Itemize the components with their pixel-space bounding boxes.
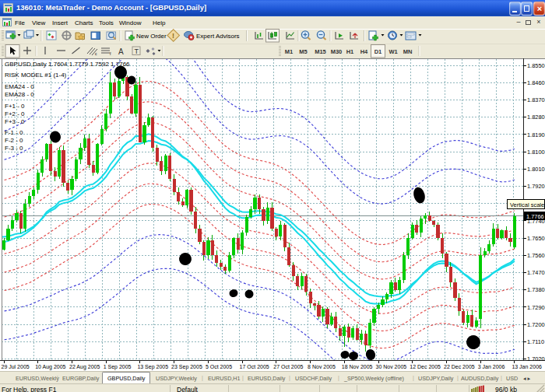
svg-text:1.8370: 1.8370 [527,96,545,103]
svg-text:RISK MODEL #1 (1-4): RISK MODEL #1 (1-4) [5,72,67,79]
svg-text:Vertical scale: Vertical scale [510,201,544,208]
svg-text:D1: D1 [374,48,382,55]
svg-text:1.8280: 1.8280 [527,114,545,121]
svg-text:1.7020: 1.7020 [527,355,545,362]
svg-text:M1: M1 [285,48,293,55]
svg-text:17 Oct 2005: 17 Oct 2005 [240,364,269,369]
svg-text:T: T [135,47,139,55]
svg-text:GBPUSD,Daily 1.7604 1.7779 1.: GBPUSD,Daily 1.7604 1.7779 1.7592 1.7766 [5,61,130,68]
svg-text:3 Jan 2006: 3 Jan 2006 [478,364,505,369]
svg-text:1.7200: 1.7200 [527,321,545,328]
svg-text:!: ! [172,32,174,40]
svg-text:12 Dec 2005: 12 Dec 2005 [410,364,441,369]
svg-text:22 Dec 2005: 22 Dec 2005 [444,364,475,369]
svg-text:F+1 - 0: F+1 - 0 [5,103,25,110]
svg-text:F-3 - 0: F-3 - 0 [5,145,23,152]
svg-text:1.7560: 1.7560 [527,252,545,259]
svg-text:H1: H1 [346,48,354,55]
svg-text:M15: M15 [315,48,326,55]
svg-text:10 Aug 2005: 10 Aug 2005 [35,364,65,370]
svg-text:F-1 - 0: F-1 - 0 [5,129,23,136]
svg-text:1.8100: 1.8100 [527,149,545,156]
svg-text:13 Sep 2005: 13 Sep 2005 [137,364,168,370]
svg-text:f: f [110,51,111,56]
svg-text:1.7920: 1.7920 [527,183,545,190]
svg-text:18 Nov 2005: 18 Nov 2005 [342,364,373,369]
svg-text:EMA24 - 0: EMA24 - 0 [5,83,34,90]
svg-text:F-2 - 0: F-2 - 0 [5,137,23,144]
svg-text:13 Jan 2006: 13 Jan 2006 [512,364,542,369]
svg-text:F+3 - 0: F+3 - 0 [5,118,25,125]
svg-text:23 Sep 2005: 23 Sep 2005 [171,364,202,370]
svg-text:30 Nov 2005: 30 Nov 2005 [376,364,407,369]
svg-text:1.8550: 1.8550 [527,62,545,69]
svg-text:Expert Advisors: Expert Advisors [196,33,240,40]
svg-text:1.7110: 1.7110 [527,338,544,345]
svg-text:1.7650: 1.7650 [527,235,545,242]
svg-text:27 Oct 2005: 27 Oct 2005 [273,364,303,369]
svg-text:1.8010: 1.8010 [527,166,545,173]
svg-text:22 Aug 2005: 22 Aug 2005 [69,364,100,370]
svg-text:1.7290: 1.7290 [527,304,545,311]
svg-text:New Order: New Order [136,33,167,40]
svg-text:8 Nov 2005: 8 Nov 2005 [308,364,336,369]
svg-text:1 Sep 2005: 1 Sep 2005 [104,364,132,370]
svg-text:MN: MN [403,48,413,55]
svg-text:M5: M5 [299,48,307,55]
svg-text:1.7380: 1.7380 [527,286,545,293]
svg-text:F+2 - 0: F+2 - 0 [5,110,25,117]
svg-text:c: c [95,51,97,56]
svg-text:W1: W1 [389,48,397,55]
svg-text:29 Jul 2005: 29 Jul 2005 [2,364,30,369]
svg-text:1.7766: 1.7766 [526,213,544,220]
svg-text:M30: M30 [331,48,343,55]
svg-text:H4: H4 [360,48,368,55]
svg-text:1.7470: 1.7470 [527,269,545,276]
svg-text:1.8460: 1.8460 [527,79,545,86]
svg-text:A: A [118,47,124,56]
svg-text:1.8190: 1.8190 [527,131,545,138]
svg-text:5 Oct 2005: 5 Oct 2005 [206,364,232,369]
svg-text:EMA28 - 0: EMA28 - 0 [5,91,34,98]
